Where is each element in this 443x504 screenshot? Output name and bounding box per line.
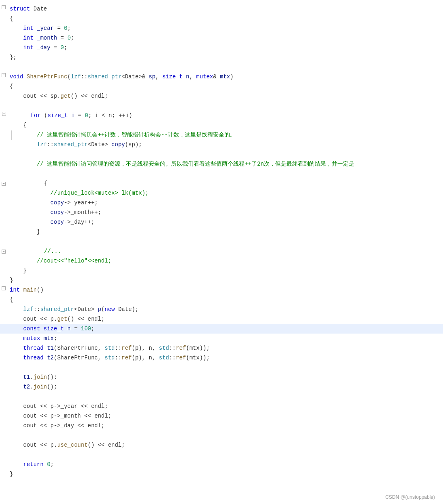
code-line-15: lzf::shared_ptr<Date> copy(sp); bbox=[0, 140, 443, 149]
fold-icon-30: − bbox=[2, 286, 6, 290]
line-content-43: cout << p->_month << endl; bbox=[7, 412, 443, 420]
fold-gutter-6 bbox=[0, 53, 7, 54]
fold-icon-12: − bbox=[2, 112, 6, 116]
code-line-7 bbox=[0, 62, 443, 72]
code-line-4: int _month = 0; bbox=[0, 33, 443, 43]
fold-gutter-7 bbox=[0, 63, 7, 63]
line-content-40: t2.join(); bbox=[7, 382, 443, 391]
fold-gutter-1[interactable]: − bbox=[0, 4, 7, 9]
code-line-46: cout << p.use_count() << endl; bbox=[0, 440, 443, 450]
fold-icon-8: − bbox=[2, 73, 6, 77]
line-content-28: } bbox=[7, 266, 443, 275]
code-line-47 bbox=[0, 450, 443, 460]
code-line-30: − int main() bbox=[0, 285, 443, 295]
code-line-21: copy->_year++; bbox=[0, 198, 443, 208]
line-content-42: cout << p->_year << endl; bbox=[7, 402, 443, 411]
fold-gutter-12[interactable]: − bbox=[0, 111, 7, 116]
line-content-21: copy->_year++; bbox=[7, 198, 443, 207]
fold-gutter-49 bbox=[0, 470, 7, 470]
line-content-13: { bbox=[7, 121, 443, 130]
code-line-6: }; bbox=[0, 52, 443, 62]
line-content-17: // 这里智能指针访问管理的资源，不是线程安全的。所以我们看看这些值两个线程++… bbox=[7, 160, 443, 168]
line-content-30: int main() bbox=[7, 286, 443, 294]
code-line-39: t1.join(); bbox=[0, 372, 443, 382]
line-content-38 bbox=[7, 363, 443, 372]
footer-text: CSDN @(unstoppable) bbox=[385, 494, 435, 500]
line-content-18 bbox=[7, 169, 443, 178]
line-content-22: copy->_month++; bbox=[7, 208, 443, 217]
line-content-7 bbox=[7, 63, 443, 71]
code-line-48: return 0; bbox=[0, 460, 443, 469]
code-line-23: copy->_day++; bbox=[0, 217, 443, 227]
line-content-19: { bbox=[7, 179, 443, 188]
code-line-35: mutex mtx; bbox=[0, 334, 443, 343]
line-content-11 bbox=[7, 101, 443, 110]
code-line-1: − struct Date bbox=[0, 4, 443, 14]
line-content-25 bbox=[7, 237, 443, 246]
line-content-34: const size_t n = 100; bbox=[7, 324, 443, 333]
code-line-16 bbox=[0, 149, 443, 159]
code-line-12: − for (size_t i = 0; i < n; ++i) bbox=[0, 111, 443, 120]
code-line-25 bbox=[0, 237, 443, 246]
line-content-5: int _day = 0; bbox=[7, 43, 443, 52]
line-content-8: void SharePtrFunc(lzf::shared_ptr<Date>&… bbox=[7, 72, 443, 81]
line-content-41 bbox=[7, 392, 443, 401]
fold-gutter-8[interactable]: − bbox=[0, 72, 7, 77]
fold-icon-1: − bbox=[2, 5, 6, 9]
code-line-41 bbox=[0, 392, 443, 401]
line-content-47 bbox=[7, 450, 443, 459]
line-content-33: cout << p.get() << endl; bbox=[7, 315, 443, 323]
code-line-29: } bbox=[0, 275, 443, 285]
code-line-18 bbox=[0, 169, 443, 178]
code-line-14: // 这里智能指针拷贝会++计数，智能指针析构会--计数，这里是线程安全的。 bbox=[0, 130, 443, 140]
line-content-15: lzf::shared_ptr<Date> copy(sp); bbox=[7, 140, 443, 149]
code-line-26: − //... bbox=[0, 246, 443, 256]
code-line-28: } bbox=[0, 266, 443, 275]
code-line-34: const size_t n = 100; bbox=[0, 324, 443, 334]
line-content-23: copy->_day++; bbox=[7, 218, 443, 227]
line-content-16 bbox=[7, 150, 443, 159]
line-content-29: } bbox=[7, 276, 443, 285]
line-content-10: cout << sp.get() << endl; bbox=[7, 92, 443, 101]
code-line-33: cout << p.get() << endl; bbox=[0, 314, 443, 324]
line-content-12: for (size_t i = 0; i < n; ++i) bbox=[7, 111, 443, 120]
code-line-22: copy->_month++; bbox=[0, 208, 443, 217]
code-line-19: − { bbox=[0, 178, 443, 188]
fold-gutter-26[interactable]: − bbox=[0, 247, 7, 256]
code-line-9: { bbox=[0, 82, 443, 91]
line-content-24: } bbox=[7, 227, 443, 236]
fold-icon-19: − bbox=[2, 182, 6, 186]
line-content-45 bbox=[7, 431, 443, 440]
code-line-17: // 这里智能指针访问管理的资源，不是线程安全的。所以我们看看这些值两个线程++… bbox=[0, 159, 443, 169]
code-line-3: int _year = 0; bbox=[0, 23, 443, 33]
code-line-36: thread t1(SharePtrFunc, std::ref(p), n, … bbox=[0, 343, 443, 353]
line-content-6: }; bbox=[7, 53, 443, 62]
code-line-38 bbox=[0, 363, 443, 372]
code-line-20: //unique_lock<mutex> lk(mtx); bbox=[0, 188, 443, 198]
code-line-43: cout << p->_month << endl; bbox=[0, 411, 443, 421]
code-editor: − struct Date { int _year = 0; int _mont… bbox=[0, 0, 443, 504]
line-content-44: cout << p->_day << endl; bbox=[7, 421, 443, 430]
code-line-44: cout << p->_day << endl; bbox=[0, 421, 443, 430]
code-line-8: − void SharePtrFunc(lzf::shared_ptr<Date… bbox=[0, 72, 443, 82]
line-content-48: return 0; bbox=[7, 460, 443, 469]
code-line-24: } bbox=[0, 227, 443, 237]
line-content-49: } bbox=[7, 470, 443, 479]
code-line-45 bbox=[0, 430, 443, 440]
line-content-31: { bbox=[7, 295, 443, 304]
code-line-13: { bbox=[0, 120, 443, 130]
line-content-32: lzf::shared_ptr<Date> p(new Date); bbox=[7, 305, 443, 314]
code-line-32: lzf::shared_ptr<Date> p(new Date); bbox=[0, 304, 443, 314]
fold-gutter-19[interactable]: − bbox=[0, 179, 7, 189]
code-line-5: int _day = 0; bbox=[0, 43, 443, 52]
line-content-46: cout << p.use_count() << endl; bbox=[7, 441, 443, 449]
line-content-27: //cout<<"hello"<<endl; bbox=[7, 256, 443, 265]
code-line-27: //cout<<"hello"<<endl; bbox=[0, 256, 443, 266]
code-line-49: } bbox=[0, 469, 443, 479]
fold-gutter-29 bbox=[0, 276, 7, 277]
fold-gutter-30[interactable]: − bbox=[0, 286, 7, 290]
code-line-40: t2.join(); bbox=[0, 382, 443, 392]
line-content-1: struct Date bbox=[7, 4, 443, 13]
line-content-39: t1.join(); bbox=[7, 373, 443, 382]
code-line-37: thread t2(SharePtrFunc, std::ref(p), n, … bbox=[0, 353, 443, 363]
